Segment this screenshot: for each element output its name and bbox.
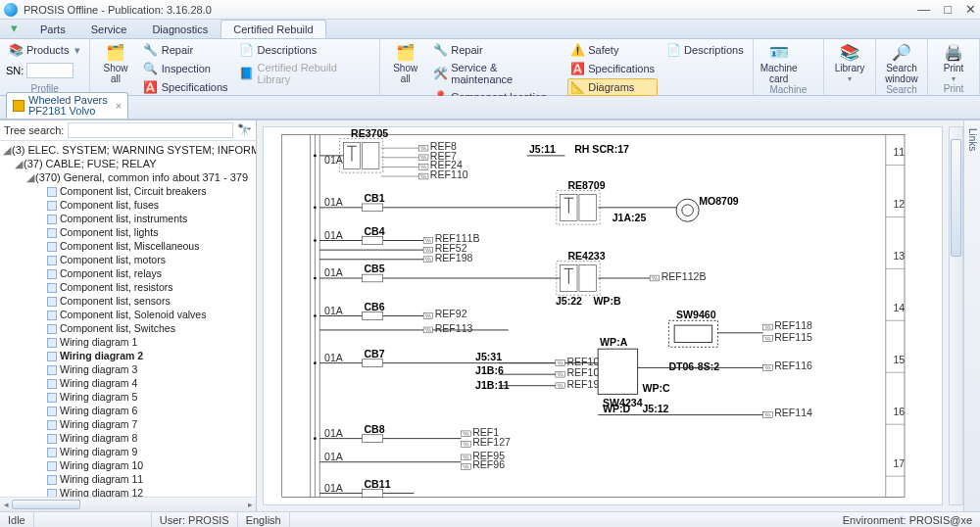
tree-node-370[interactable]: (370) General, common info about 371 - 3… [35,171,248,183]
binoculars-icon[interactable]: 🔭 [237,123,252,137]
svg-text:17: 17 [893,457,905,469]
svg-text:J1B:11: J1B:11 [475,379,510,391]
close-button[interactable]: ✕ [965,3,976,16]
title-bar: PROSIS Offline - Publication: 3.16.28.0 … [0,0,980,20]
diagrams-button[interactable]: 📐Diagrams [567,78,658,96]
repair-button-2[interactable]: 🔧Repair [430,41,562,59]
tree-item[interactable]: Component list, relays [2,266,256,280]
svg-rect-134 [363,359,383,367]
repair-button-1[interactable]: 🔧Repair [141,41,231,59]
tree-item[interactable]: Component list, Solenoid valves [2,308,256,321]
svg-text:DT06-8S:2: DT06-8S:2 [668,360,719,372]
library-books-icon: 📚 [839,41,860,63]
svg-rect-201 [363,490,383,498]
group-print: 🖨️Print▾ Print [928,39,980,95]
svg-text:WP:D: WP:D [603,403,631,414]
links-sidebar[interactable]: Links [963,120,980,511]
tree-item[interactable]: Component list, lights [2,225,256,239]
show-all-button-2[interactable]: 🗂️Show all [386,41,424,84]
tree-item[interactable]: Wiring diagram 11 [2,472,256,486]
diagram-vertical-scrollbar[interactable] [949,126,963,505]
svg-text:01A: 01A [324,266,344,278]
file-menu-dropdown[interactable]: ▾ [4,21,24,38]
tree-item[interactable]: Component list, resistors [2,280,256,294]
tree-item[interactable]: Wiring diagram 2 [2,349,256,362]
specs-icon-2: 🅰️ [570,62,584,75]
tree-item[interactable]: Wiring diagram 5 [2,390,256,404]
specifications-button-2[interactable]: 🅰️Specifications [567,60,658,77]
tree-horizontal-scrollbar[interactable]: ◂ ▸ [0,497,256,511]
group-label-print: Print [934,83,973,95]
machine-card-button[interactable]: 🪪Machine card [760,41,799,84]
print-button[interactable]: 🖨️Print▾ [934,41,973,83]
tree-item[interactable]: Component list, sensors [2,294,256,308]
svg-text:RE8709: RE8709 [567,179,605,191]
specifications-button-1[interactable]: 🅰️Specifications [141,78,231,96]
tree-item[interactable]: Wiring diagram 6 [2,404,256,417]
service-maintenance-button[interactable]: 🛠️Service & maintenance [430,60,562,87]
scroll-right-arrow[interactable]: ▸ [244,498,256,511]
tree-item[interactable]: Component list, Miscellaneous [2,239,256,253]
diagram-scroll-thumb[interactable] [951,139,961,257]
tree-item[interactable]: Component list, Circuit breakers [2,184,256,198]
tree-item[interactable]: Component list, Switches [2,321,256,335]
tree-item[interactable]: Wiring diagram 9 [2,445,256,458]
svg-text:REF112B: REF112B [662,270,707,282]
tree-body[interactable]: ◢(3) ELEC. SYSTEM; WARNING SYSTEM; INFOR… [0,141,256,497]
descriptions-button-2[interactable]: 📄Descriptions [663,41,747,59]
service-icon: 🛠️ [433,67,447,80]
products-button[interactable]: 📚Products▾ [6,41,83,59]
tree-item[interactable]: Wiring diagram 4 [2,376,256,390]
tab-certified-rebuild[interactable]: Certified Rebuild [220,20,325,38]
svg-text:CB8: CB8 [364,423,384,435]
tree-item[interactable]: Wiring diagram 1 [2,335,256,349]
tree-item[interactable]: Wiring diagram 10 [2,458,256,472]
descriptions-button-1[interactable]: 📄Descriptions [237,41,374,59]
search-window-button[interactable]: 🔎Search window [882,41,921,84]
svg-rect-177 [363,435,383,443]
show-all-icon: 🗂️ [105,41,126,63]
svg-point-64 [676,199,699,221]
tree-item[interactable]: Wiring diagram 12 [2,486,256,497]
tree-item[interactable]: Wiring diagram 7 [2,417,256,431]
specs-icon: 🅰️ [144,80,158,94]
tree-item[interactable]: Component list, motors [2,253,256,266]
scroll-thumb[interactable] [12,500,80,509]
library-button[interactable]: 📚Library▾ [830,41,869,83]
tree-node-root[interactable]: (3) ELEC. SYSTEM; WARNING SYSTEM; INFORM… [12,144,256,156]
svg-rect-55 [579,194,596,220]
close-tab-button[interactable]: × [116,100,122,112]
svg-text:11: 11 [893,146,905,158]
minimize-button[interactable]: — [917,3,930,16]
tree-item[interactable]: Wiring diagram 3 [2,362,256,376]
repair-icon: 🔧 [144,43,158,57]
window-title: PROSIS Offline - Publication: 3.16.28.0 [24,4,212,16]
tab-parts[interactable]: Parts [27,20,78,38]
scroll-left-arrow[interactable]: ◂ [0,498,12,511]
svg-text:J5:11: J5:11 [529,143,556,155]
diagrams-icon: 📐 [570,80,584,94]
tree-item[interactable]: Component list, fuses [2,198,256,212]
wiring-diagram[interactable]: 11121314151617RE3705REF8REF7REF24REF110J… [263,126,943,505]
maximize-button[interactable]: □ [944,3,952,16]
publication-title-2: PF2181 Volvo [28,106,108,117]
tree-item[interactable]: Wiring diagram 8 [2,431,256,445]
group-certified-rebuild: 🗂️Show all 🔧Repair 🔍Inspection 🅰️Specifi… [90,39,380,95]
svg-text:J5:12: J5:12 [642,403,668,414]
status-environment: Environment: PROSIS@xe [835,512,980,527]
show-all-button-1[interactable]: 🗂️Show all [96,41,134,84]
sn-input[interactable] [26,63,74,78]
svg-point-217 [314,361,317,364]
inspection-button[interactable]: 🔍Inspection [141,60,231,77]
group-search: 🔎Search window Search [876,39,928,95]
tree-pane: Tree search: 🔭 ◢(3) ELEC. SYSTEM; WARNIN… [0,120,257,511]
tree-node-37[interactable]: (37) CABLE; FUSE; RELAY [24,158,157,169]
tree-search-input[interactable] [68,122,233,138]
safety-button[interactable]: ⚠️Safety [567,41,658,59]
tree-item[interactable]: Component list, instruments [2,212,256,225]
svg-rect-21 [363,142,379,168]
tab-service[interactable]: Service [78,20,140,38]
diagram-pane: 11121314151617RE3705REF8REF7REF24REF110J… [257,120,963,511]
publication-tab[interactable]: Wheeled Pavers PF2181 Volvo × [6,92,128,119]
tab-diagnostics[interactable]: Diagnostics [139,20,220,38]
